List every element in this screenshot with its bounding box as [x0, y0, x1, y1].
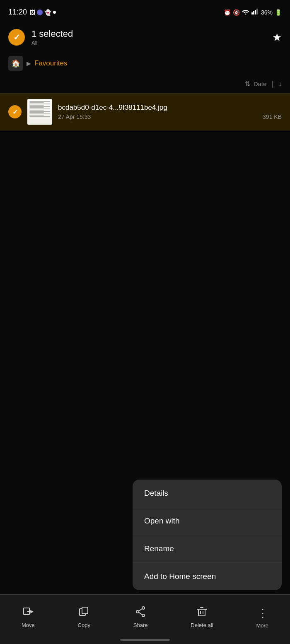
silent-icon: 🔇 [233, 9, 240, 16]
alarm-icon: ⏰ [224, 9, 231, 16]
file-thumbnail [27, 99, 52, 125]
ghost-icon: 👻 [44, 9, 51, 16]
more-icon: ⋮ [257, 606, 268, 620]
menu-item-open-with[interactable]: Open with [133, 507, 282, 535]
svg-rect-3 [255, 10, 256, 14]
svg-point-10 [142, 614, 145, 617]
thumb-line-11 [29, 113, 50, 114]
move-label: Move [22, 622, 35, 628]
context-menu: Details Open with Rename Add to Home scr… [133, 480, 282, 590]
thumb-line-6 [29, 107, 44, 108]
circle-icon [37, 10, 43, 15]
thumb-line-12 [29, 115, 44, 116]
home-icon: 🏠 [11, 59, 20, 68]
thumb-line-1 [29, 101, 50, 102]
action-bar-left: ✓ 1 selected All [8, 29, 73, 46]
thumb-line-8 [29, 110, 44, 111]
delete-icon [196, 606, 207, 620]
svg-point-9 [142, 607, 145, 609]
svg-line-12 [139, 609, 142, 611]
sort-label[interactable]: Date [254, 80, 267, 87]
signal-icon [251, 9, 259, 16]
menu-item-details-label: Details [144, 489, 168, 497]
all-label: All [31, 40, 73, 46]
thumb-line-2 [29, 102, 44, 103]
menu-item-add-to-home[interactable]: Add to Home screen [133, 563, 282, 590]
home-icon-button[interactable]: 🏠 [8, 56, 23, 71]
status-right: ⏰ 🔇 36% 🔋 [224, 9, 282, 16]
thumb-line-5 [29, 106, 50, 107]
share-button[interactable]: Share [133, 606, 148, 628]
battery-icon: 🔋 [275, 9, 282, 16]
thumb-line-7 [29, 109, 50, 109]
svg-rect-2 [253, 11, 254, 14]
svg-rect-1 [251, 12, 253, 14]
selected-label-wrap: 1 selected All [31, 29, 73, 46]
delete-label: Delete all [191, 622, 213, 628]
breadcrumb-path[interactable]: Favourites [34, 59, 67, 68]
sort-icon: ⇅ [245, 80, 250, 88]
menu-item-add-to-home-label: Add to Home screen [144, 572, 216, 581]
copy-icon [79, 606, 89, 620]
file-size: 391 KB [263, 113, 282, 120]
svg-rect-8 [82, 607, 88, 614]
file-check-circle[interactable]: ✓ [8, 105, 22, 118]
status-time: 11:20 [8, 8, 27, 17]
breadcrumb: 🏠 ▶ Favourites [0, 52, 290, 75]
move-button[interactable]: Move [22, 606, 35, 628]
file-date: 27 Apr 15:33 [58, 113, 91, 120]
share-label: Share [133, 622, 148, 628]
copy-label: Copy [78, 622, 90, 628]
thumb-line-3 [29, 104, 50, 104]
breadcrumb-arrow: ▶ [27, 60, 31, 67]
file-name: bcdab5d0-d1ec-4...9f38111be4.jpg [58, 104, 282, 112]
all-select-circle[interactable]: ✓ [8, 29, 25, 46]
all-checkmark: ✓ [13, 32, 20, 42]
thumbnail-inner [28, 100, 51, 124]
move-icon [23, 606, 34, 620]
action-bar: ✓ 1 selected All ★ [0, 23, 290, 52]
more-label: More [256, 622, 268, 629]
thumb-line-9 [29, 111, 50, 112]
svg-point-11 [136, 610, 139, 613]
svg-line-13 [139, 613, 142, 615]
home-indicator [120, 639, 170, 641]
sort-divider: | [271, 80, 273, 88]
svg-rect-14 [198, 609, 205, 616]
menu-item-open-with-label: Open with [144, 516, 180, 525]
thumb-line-13 [29, 116, 50, 117]
file-row[interactable]: ✓ bcdab5d0-d1ec-4...9f38111be4.jpg 27 Ap… [0, 93, 290, 130]
wifi-icon [242, 9, 249, 16]
file-info: bcdab5d0-d1ec-4...9f38111be4.jpg 27 Apr … [58, 104, 282, 120]
svg-rect-4 [256, 9, 258, 14]
dot-icon [53, 11, 56, 14]
gallery-icon: 🖼 [29, 9, 35, 16]
selected-label: 1 selected [31, 29, 73, 39]
thumb-line-10 [29, 112, 44, 113]
more-button[interactable]: ⋮ More [256, 606, 268, 629]
file-checkmark: ✓ [12, 108, 18, 116]
thumb-line-4 [29, 105, 44, 106]
bottom-bar: Move Copy Share [0, 594, 290, 644]
delete-button[interactable]: Delete all [191, 606, 213, 628]
sort-bar: ⇅ Date | ↓ [0, 75, 290, 93]
status-icons-left: 🖼 👻 [29, 9, 56, 16]
copy-button[interactable]: Copy [78, 606, 90, 628]
star-button[interactable]: ★ [272, 31, 282, 44]
share-icon [135, 606, 146, 620]
menu-item-details[interactable]: Details [133, 480, 282, 507]
file-meta: 27 Apr 15:33 391 KB [58, 113, 282, 120]
battery-percent: 36% [261, 9, 273, 16]
sort-direction-icon[interactable]: ↓ [278, 80, 282, 88]
status-bar: 11:20 🖼 👻 ⏰ 🔇 36% 🔋 [0, 0, 290, 23]
menu-item-rename-label: Rename [144, 544, 174, 553]
svg-point-0 [245, 14, 246, 15]
status-left: 11:20 🖼 👻 [8, 8, 56, 17]
menu-item-rename[interactable]: Rename [133, 535, 282, 563]
